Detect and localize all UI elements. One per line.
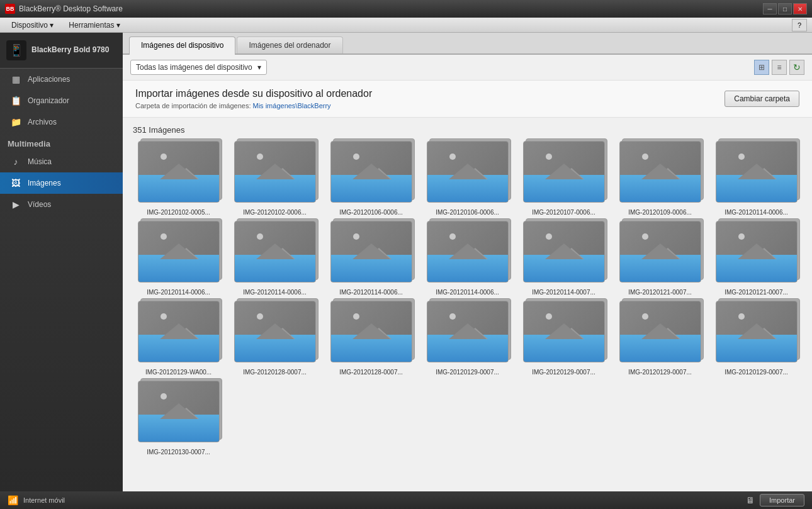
sidebar-label-musica: Música: [28, 157, 52, 166]
thumb-wrapper: [138, 141, 220, 203]
thumb-wrapper: [716, 221, 798, 282]
thumb-image: [619, 221, 701, 282]
thumb-wrapper: [523, 221, 605, 282]
mountain-shape: [256, 323, 294, 339]
image-thumb-9[interactable]: IMG-20120114-0006...: [325, 221, 417, 296]
image-thumb-4[interactable]: IMG-20120107-0006...: [518, 141, 609, 216]
thumb-label: IMG-20120114-0006...: [436, 289, 499, 296]
sidebar-item-musica[interactable]: ♪ Música: [0, 151, 123, 172]
sidebar: 📱 BlackBerry Bold 9780 ▦ Aplicaciones 📋 …: [0, 33, 123, 491]
sidebar-item-imagenes[interactable]: 🖼 Imágenes: [0, 172, 123, 194]
image-thumb-18[interactable]: IMG-20120129-0007...: [518, 301, 609, 376]
sidebar-label-imagenes: Imágenes: [28, 179, 61, 187]
sidebar-label-videos: Vídeos: [28, 200, 51, 209]
sun-dot: [546, 154, 552, 160]
thumb-label: IMG-20120128-0007...: [339, 369, 403, 376]
image-thumb-2[interactable]: IMG-20120106-0006...: [325, 141, 417, 216]
thumb-label: IMG-20120129-WA00...: [145, 369, 211, 376]
thumb-label: IMG-20120129-0007...: [628, 369, 692, 376]
thumb-image: [523, 221, 605, 282]
sun-dot: [257, 233, 263, 240]
images-area[interactable]: 351 Imágenes IMG-20120102-0005... IMG-2: [123, 118, 812, 491]
image-thumb-6[interactable]: IMG-20120114-0006...: [711, 141, 802, 216]
image-thumb-3[interactable]: IMG-20120106-0006...: [422, 141, 513, 216]
thumb-label: IMG-20120114-0006...: [339, 289, 403, 296]
mountain-shape: [738, 323, 775, 339]
minimize-button[interactable]: ─: [763, 3, 777, 14]
mountain-shape: [352, 164, 390, 179]
image-thumb-19[interactable]: IMG-20120129-0007...: [614, 301, 706, 376]
image-thumb-7[interactable]: IMG-20120114-0006...: [133, 221, 224, 296]
menu-dispositivo[interactable]: Dispositivo ▾: [5, 20, 60, 31]
thumb-image: [427, 141, 509, 203]
thumb-label: IMG-20120107-0006...: [532, 209, 595, 216]
maximize-button[interactable]: □: [778, 3, 792, 14]
sun-dot: [161, 154, 167, 160]
device-name: BlackBerry Bold 9780: [31, 45, 109, 55]
image-thumb-11[interactable]: IMG-20120114-0007...: [518, 221, 609, 296]
sun-dot: [353, 154, 359, 160]
tab-computer-images[interactable]: Imágenes del ordenador: [237, 36, 342, 53]
thumb-wrapper: [234, 221, 316, 282]
image-thumb-20[interactable]: IMG-20120129-0007...: [711, 301, 802, 376]
title-bar-controls[interactable]: ─ □ ✕: [763, 3, 807, 14]
image-thumb-12[interactable]: IMG-20120121-0007...: [614, 221, 706, 296]
thumb-image: [234, 141, 316, 203]
thumb-image: [330, 141, 412, 203]
image-thumb-8[interactable]: IMG-20120114-0006...: [229, 221, 320, 296]
thumb-image: [330, 301, 412, 362]
image-thumb-1[interactable]: IMG-20120102-0006...: [229, 141, 320, 216]
thumb-wrapper: [234, 141, 316, 203]
thumb-label: IMG-20120114-0007...: [532, 289, 595, 296]
sun-dot: [161, 313, 167, 320]
thumb-image: [523, 141, 605, 203]
image-thumb-17[interactable]: IMG-20120129-0007...: [422, 301, 513, 376]
thumb-wrapper: [427, 301, 509, 362]
view-list-button[interactable]: ≡: [772, 60, 787, 75]
image-thumb-5[interactable]: IMG-20120109-0006...: [614, 141, 706, 216]
tab-device-images[interactable]: Imágenes del dispositivo: [129, 36, 235, 55]
close-button[interactable]: ✕: [793, 3, 807, 14]
import-path-link[interactable]: Mis imágenes\BlackBerry: [253, 102, 331, 109]
sidebar-item-archivos[interactable]: 📁 Archivos: [0, 111, 123, 133]
thumb-image: [330, 221, 412, 282]
refresh-button[interactable]: ↻: [789, 60, 804, 75]
image-thumb-16[interactable]: IMG-20120128-0007...: [325, 301, 417, 376]
sun-dot: [449, 154, 456, 160]
sun-dot: [546, 313, 552, 320]
import-button[interactable]: Importar: [760, 494, 804, 506]
menu-herramientas[interactable]: Herramientas ▾: [62, 20, 126, 31]
sun-dot: [449, 233, 456, 240]
help-button[interactable]: ?: [792, 19, 807, 31]
image-thumb-15[interactable]: IMG-20120128-0007...: [229, 301, 320, 376]
sidebar-item-aplicaciones[interactable]: ▦ Aplicaciones: [0, 69, 123, 90]
sidebar-label-aplicaciones: Aplicaciones: [28, 75, 70, 84]
thumb-wrapper: [330, 301, 412, 362]
mountain-shape: [449, 323, 487, 339]
thumb-wrapper: [138, 221, 220, 282]
change-folder-button[interactable]: Cambiar carpeta: [725, 91, 799, 107]
view-grid-button[interactable]: ⊞: [754, 60, 769, 75]
organizador-icon: 📋: [10, 95, 21, 106]
image-thumb-13[interactable]: IMG-20120121-0007...: [711, 221, 802, 296]
thumb-image: [138, 221, 220, 282]
sun-dot: [642, 233, 648, 240]
sidebar-section-multimedia: Multimedia ♪ Música 🖼 Imágenes ▶ Vídeos: [0, 133, 123, 215]
filter-dropdown[interactable]: Todas las imágenes del dispositivo ▾: [130, 60, 267, 75]
mountain-shape: [160, 243, 198, 259]
sidebar-item-videos[interactable]: ▶ Vídeos: [0, 194, 123, 215]
image-thumb-0[interactable]: IMG-20120102-0005...: [133, 141, 224, 216]
mountain-shape: [352, 323, 390, 339]
sidebar-item-organizador[interactable]: 📋 Organizador: [0, 90, 123, 111]
thumb-image: [427, 221, 509, 282]
mountain-shape: [449, 164, 487, 179]
toolbar: Todas las imágenes del dispositivo ▾ ⊞ ≡…: [123, 55, 812, 81]
image-thumb-21[interactable]: IMG-20120130-0007...: [133, 381, 224, 456]
thumb-label: IMG-20120114-0006...: [725, 209, 788, 216]
imagenes-icon: 🖼: [10, 177, 21, 189]
image-thumb-14[interactable]: IMG-20120129-WA00...: [133, 301, 224, 376]
image-thumb-10[interactable]: IMG-20120114-0006...: [422, 221, 513, 296]
internet-icon: 📶: [8, 495, 18, 505]
mountain-shape: [160, 403, 198, 419]
status-bar: 📶 Internet móvil 🖥 Importar: [0, 491, 812, 509]
